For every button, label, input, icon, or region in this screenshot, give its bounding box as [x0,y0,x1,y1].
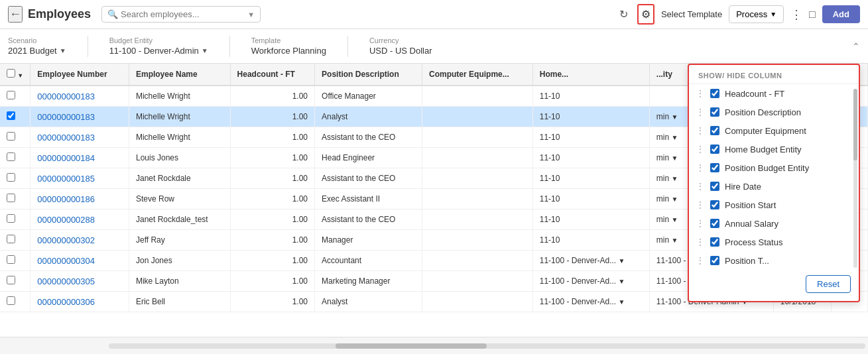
row-checkbox-cell [0,189,31,209]
select-all-checkbox[interactable] [7,69,15,78]
column-item-label: Position Description [725,107,852,117]
home-budget-cell: 11-10 [532,189,649,209]
emp-name-cell: Michelle Wright [129,107,230,127]
drag-handle-icon: ⋮ [696,218,705,229]
column-toggle-checkbox[interactable] [710,163,719,172]
pos-dropdown-arrow[interactable]: ▼ [671,216,678,223]
budget-entity-dropdown-arrow[interactable]: ▼ [202,47,208,54]
column-toggle-checkbox[interactable] [710,107,719,117]
home-dropdown-arrow[interactable]: ▼ [618,278,625,285]
panel-item-list: ⋮ Headcount - FT ⋮ Position Description … [689,84,859,270]
column-toggle-checkbox[interactable] [710,126,719,135]
select-template-label[interactable]: Select Template [661,9,722,19]
computer-equip-cell [422,209,533,230]
emp-number-link[interactable]: 000000000183 [37,112,95,122]
expand-button[interactable]: □ [809,9,816,21]
back-button[interactable]: ← [8,6,23,23]
process-button[interactable]: Process ▼ [729,5,784,23]
column-toggle-checkbox[interactable] [710,219,719,228]
emp-number-cell: 000000000183 [31,107,129,127]
computer-equip-cell [422,189,533,209]
panel-column-item[interactable]: ⋮ Annual Salary [689,214,859,233]
row-checkbox-cell [0,209,31,230]
emp-number-link[interactable]: 000000000306 [37,297,95,307]
scroll-track[interactable] [109,343,865,349]
panel-column-item[interactable]: ⋮ Position T... [689,251,859,270]
column-item-label: Hire Date [725,182,852,192]
headcount-cell: 1.00 [230,148,314,168]
panel-scrollbar[interactable] [853,89,857,268]
row-checkbox[interactable] [7,152,15,161]
add-button[interactable]: Add [822,5,860,23]
panel-column-item[interactable]: ⋮ Process Status [689,233,859,251]
row-checkbox[interactable] [7,296,15,305]
scenario-label: Scenario [8,36,66,44]
select-all-chevron[interactable]: ▼ [17,72,23,79]
pos-dropdown-arrow[interactable]: ▼ [671,196,678,203]
panel-column-item[interactable]: ⋮ Position Description [689,103,859,121]
chevron-down-icon[interactable]: ▼ [247,11,255,19]
panel-column-item[interactable]: ⋮ Position Budget Entity [689,158,859,177]
pos-dropdown-arrow[interactable]: ▼ [671,113,678,121]
emp-number-link[interactable]: 000000000302 [37,235,95,245]
row-checkbox[interactable] [7,255,15,264]
row-checkbox[interactable] [7,132,15,141]
collapse-icon[interactable]: ⌃ [852,41,860,52]
process-label: Process [736,9,767,19]
row-checkbox[interactable] [7,111,15,120]
column-toggle-checkbox[interactable] [710,256,719,265]
column-toggle-checkbox[interactable] [710,89,719,98]
panel-column-item[interactable]: ⋮ Hire Date [689,177,859,196]
emp-name-cell: Eric Bell [129,292,230,312]
row-checkbox[interactable] [7,214,15,223]
column-toggle-checkbox[interactable] [710,200,719,209]
computer-equip-cell [422,292,533,312]
emp-number-link[interactable]: 000000000183 [37,91,95,101]
search-input[interactable] [121,9,245,19]
emp-number-link[interactable]: 000000000288 [37,215,95,225]
panel-column-item[interactable]: ⋮ Headcount - FT [689,84,859,103]
pos-dropdown-arrow[interactable]: ▼ [671,175,678,182]
home-budget-cell: 11-100 - Denver-Ad... ▼ [532,271,649,292]
pos-dropdown-arrow[interactable]: ▼ [671,237,678,244]
emp-number-link[interactable]: 000000000305 [37,276,95,286]
horizontal-scrollbar[interactable] [0,337,868,354]
pos-dropdown-arrow[interactable]: ▼ [671,154,678,162]
th-home: Home... [532,64,649,86]
search-box: 🔍 ▼ [101,6,261,23]
reset-button[interactable]: Reset [806,275,851,293]
refresh-button[interactable]: ↻ [617,5,631,23]
scroll-thumb[interactable] [336,343,487,349]
emp-number-link[interactable]: 000000000304 [37,256,95,266]
home-budget-cell: 11-100 - Denver-Ad... ▼ [532,292,649,312]
row-checkbox[interactable] [7,91,15,99]
panel-column-item[interactable]: ⋮ Home Budget Entity [689,140,859,158]
column-item-label: Home Budget Entity [725,145,852,154]
row-checkbox[interactable] [7,194,15,202]
column-toggle-checkbox[interactable] [710,145,719,154]
panel-column-item[interactable]: ⋮ Computer Equipment [689,121,859,140]
home-dropdown-arrow[interactable]: ▼ [618,298,625,306]
emp-number-link[interactable]: 000000000185 [37,174,95,184]
home-budget-cell: 11-10 [532,168,649,189]
row-checkbox[interactable] [7,173,15,182]
home-dropdown-arrow[interactable]: ▼ [618,257,625,265]
panel-footer: Reset [689,270,859,296]
drag-handle-icon: ⋮ [696,144,705,154]
emp-name-cell: Mike Layton [129,271,230,292]
template-value: Workforce Planning [251,46,326,56]
column-toggle-checkbox[interactable] [710,182,719,191]
panel-column-item[interactable]: ⋮ Position Start [689,196,859,214]
emp-number-link[interactable]: 000000000186 [37,194,95,204]
pos-dropdown-arrow[interactable]: ▼ [671,134,678,141]
page-title: Employees [28,7,91,21]
more-options-button[interactable]: ⋮ [790,7,802,22]
row-checkbox-cell [0,292,31,312]
column-toggle-checkbox[interactable] [710,237,719,247]
row-checkbox[interactable] [7,235,15,243]
settings-button[interactable]: ⚙ [637,4,654,25]
scenario-dropdown-arrow[interactable]: ▼ [60,47,66,54]
emp-number-link[interactable]: 000000000183 [37,133,95,143]
emp-number-link[interactable]: 000000000184 [37,153,95,163]
row-checkbox[interactable] [7,276,15,284]
